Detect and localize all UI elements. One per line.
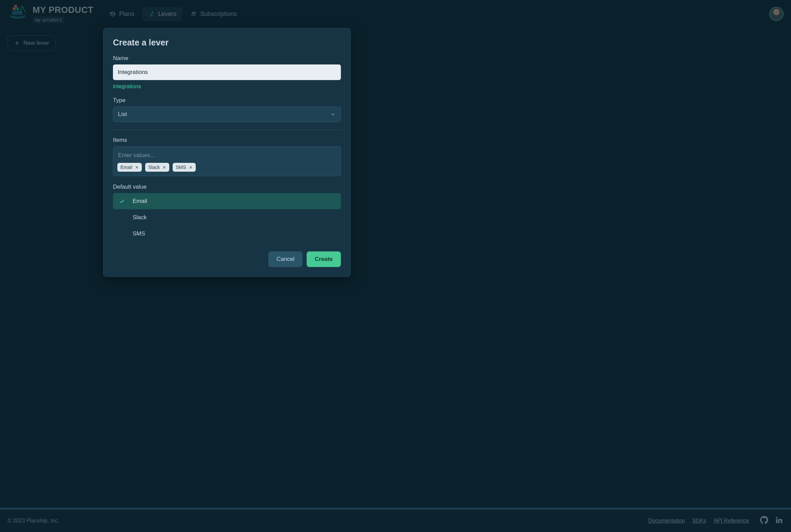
app-header: MY PRODUCT my-product Plans Levers Subsc… (0, 0, 791, 28)
remove-chip-icon[interactable]: ✕ (189, 165, 193, 170)
cancel-button[interactable]: Cancel (268, 251, 303, 267)
new-lever-label: New lever (23, 40, 49, 46)
svg-point-6 (152, 12, 153, 13)
box-icon (110, 11, 116, 17)
nav-levers-label: Levers (158, 11, 176, 18)
create-lever-modal: Create a lever Name integrations Type Li… (103, 28, 351, 277)
item-chip: Slack✕ (145, 163, 169, 172)
svg-rect-1 (13, 7, 16, 10)
avatar[interactable] (769, 7, 784, 21)
plus-icon (14, 40, 20, 46)
slug-hint: integrations (113, 83, 341, 90)
remove-chip-icon[interactable]: ✕ (162, 165, 166, 170)
name-label: Name (113, 55, 341, 62)
default-option-label: Slack (133, 214, 147, 221)
modal-title: Create a lever (113, 38, 341, 48)
default-option[interactable]: SMS (113, 226, 341, 242)
svg-line-5 (20, 6, 22, 11)
default-option-label: Email (133, 198, 147, 205)
svg-rect-0 (12, 11, 22, 15)
footer-link-api[interactable]: API Reference (714, 518, 749, 524)
brand: MY PRODUCT my-product (7, 5, 93, 23)
default-option[interactable]: Slack (113, 209, 341, 226)
nav-levers[interactable]: Levers (142, 7, 182, 21)
items-placeholder: Enter values... (117, 150, 337, 162)
main-nav: Plans Levers Subscriptions (103, 7, 243, 21)
items-input[interactable]: Enter values... Email✕Slack✕SMS✕ (113, 146, 341, 176)
svg-point-8 (194, 12, 196, 13)
default-value-label: Default value (113, 184, 341, 190)
remove-chip-icon[interactable]: ✕ (135, 165, 139, 170)
svg-rect-3 (14, 5, 17, 7)
type-label: Type (113, 97, 341, 104)
footer-link-sdks[interactable]: SDKs (692, 518, 706, 524)
item-chip-label: Slack (148, 165, 160, 170)
logo-icon (7, 5, 28, 19)
nav-subscriptions[interactable]: Subscriptions (185, 7, 243, 21)
type-select[interactable]: List (113, 107, 341, 122)
items-label: Items (113, 137, 341, 144)
item-chip: Email✕ (117, 163, 142, 172)
product-title: MY PRODUCT (33, 5, 93, 15)
github-icon[interactable] (760, 516, 769, 526)
type-value: List (118, 111, 127, 118)
svg-line-4 (22, 6, 25, 12)
item-chip-label: Email (120, 165, 132, 170)
item-chip: SMS✕ (173, 163, 195, 172)
footer-link-docs[interactable]: Documentation (648, 518, 685, 524)
copyright: © 2023 Planship, Inc. (7, 518, 59, 524)
new-lever-button[interactable]: New lever (7, 35, 56, 51)
nav-subscriptions-label: Subscriptions (200, 11, 237, 18)
lever-icon (149, 11, 155, 17)
default-option-label: SMS (133, 230, 145, 237)
nav-plans[interactable]: Plans (103, 7, 140, 21)
product-slug-badge: my-product (33, 17, 64, 23)
svg-rect-2 (16, 7, 19, 10)
divider (113, 130, 341, 130)
users-icon (191, 11, 197, 17)
check-icon (119, 198, 126, 204)
footer: © 2023 Planship, Inc. Documentation SDKs… (0, 508, 791, 532)
linkedin-icon[interactable] (775, 516, 784, 526)
svg-point-7 (192, 12, 194, 14)
chevron-down-icon (330, 112, 336, 117)
nav-plans-label: Plans (119, 11, 134, 18)
name-input[interactable] (113, 64, 341, 80)
item-chip-label: SMS (176, 165, 186, 170)
create-button[interactable]: Create (307, 251, 341, 267)
default-option[interactable]: Email (113, 193, 341, 209)
